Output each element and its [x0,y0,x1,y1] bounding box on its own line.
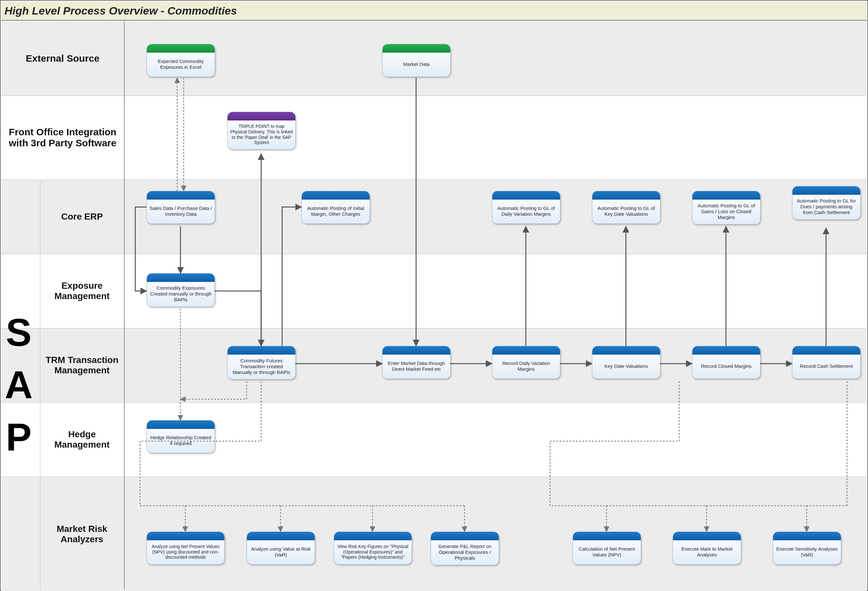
box-body: Market Data [382,53,450,77]
lane-sep [1,402,867,403]
box-trm-futures: Commodity Futures Transaction created Ma… [227,346,296,380]
box-mr-key-figures: View Risk Key Figures on "Physical (Oper… [334,532,412,564]
box-cap [147,191,215,199]
box-cap [227,112,295,120]
box-cap [147,532,224,540]
box-erp-auto-gains-loss: Automatic Posting to GL of Gains / Loss … [692,191,760,225]
box-body: Key Date Valuations [592,355,660,378]
box-trm-record-cash: Record Cash Settlement [792,346,861,379]
lane-sep [1,180,867,180]
box-cap [492,346,560,355]
lane-sep [1,96,867,96]
box-mr-var: Analyze using Value at Risk (VaR) [247,532,315,564]
box-cap [382,44,450,53]
box-cap [592,346,660,355]
lane-label-exposure-mgmt: Exposure Management [40,254,124,328]
box-cap [773,532,841,540]
box-mr-pnl: Generate P&L Report on Operational Expos… [431,532,499,565]
swimlanes-container: External Source Front Office Integration… [1,21,867,590]
box-cap [147,44,215,53]
box-body: Hedge Relationship Created if required [147,429,215,453]
sap-label: S A P [1,180,40,590]
box-trm-key-date: Key Date Valuations [592,346,660,379]
box-body: Calculation of Net Present Values (NPV) [573,540,641,564]
box-cap [302,191,370,199]
box-body: Record Daily Variation Margins [492,355,560,378]
box-cap [793,186,860,195]
box-cap [431,532,499,540]
page-title: High Level Process Overview - Commoditie… [1,1,867,21]
box-cap [692,191,760,199]
lane-label-external-source: External Source [1,21,124,96]
box-cap [492,191,560,199]
lane-label-front-office: Front Office Integration with 3rd Party … [1,96,124,180]
box-cap [147,421,215,429]
box-hedge-relationship: Hedge Relationship Created if required [146,420,215,453]
box-body: Sales Data / Purchase Data / Inventory D… [147,199,215,223]
box-external-market-data: Market Data [382,44,451,77]
box-mr-mark-market: Execute Mark to Market Analyses [673,532,741,564]
lane-sep [1,477,867,477]
lane-label-market-risk: Market Risk Analyzers [40,477,124,591]
box-trm-record-daily: Record Daily Variation Margins [492,346,560,379]
lane-label-trm: TRM Transaction Management [40,328,124,402]
box-erp-sales: Sales Data / Purchase Data / Inventory D… [146,191,215,224]
swimlane-divider [124,21,125,590]
box-cap [334,532,412,540]
box-erp-auto-dues: Automatic Posting to GL for Dues / payme… [792,186,861,220]
box-body: Record Cash Settlement [793,355,860,378]
box-cap [573,532,641,540]
box-mr-sensitivity: Execute Sensitivity Analyses (VaR) [773,532,841,564]
box-cap [382,346,450,355]
box-body: Analyze using Value at Risk (VaR) [247,540,315,564]
box-mr-npv-calc: Calculation of Net Present Values (NPV) [573,532,641,564]
box-exposure-commodity: Commodity Exposures Created manually or … [146,273,215,307]
box-erp-auto-initial-margin: Automatic Posting of Initial Margin, Oth… [301,191,370,224]
box-cap [247,532,315,540]
box-body: Automatic Posting to GL for Dues / payme… [793,195,860,219]
box-cap [227,346,295,355]
box-body: Analyze using Net Present Values (NPV) u… [147,540,224,564]
lane-label-core-erp: Core ERP [40,180,124,254]
lane-sep [1,328,867,328]
box-triple-point: TRIPLE POINT to map Physical Delivery. T… [227,112,296,149]
box-cap [692,346,760,355]
sap-label-text: S A P [5,306,37,463]
box-cap [592,191,660,199]
box-trm-record-closed: Record Closed Margins [692,346,760,379]
box-body: Commodity Futures Transaction created Ma… [227,355,295,379]
box-erp-auto-daily-variation: Automatic Posting to GL of Daily Variati… [492,191,560,224]
box-cap [147,273,215,282]
diagram-page: High Level Process Overview - Commoditie… [0,0,868,591]
box-mr-npv-analyze: Analyze using Net Present Values (NPV) u… [146,532,225,564]
box-trm-enter-market: Enter Market Data through Direct Market … [382,346,451,379]
box-body: Enter Market Data through Direct Market … [382,355,450,378]
box-body: Automatic Posting to GL of Key Date Valu… [592,199,660,223]
box-body: Automatic Posting to GL of Daily Variati… [492,199,560,223]
box-body: Commodity Exposures Created manually or … [147,282,215,306]
box-external-expected-exposures: Expected Commodity Exposures in Excel [146,44,215,77]
box-body: View Risk Key Figures on "Physical (Oper… [334,540,412,564]
lane-sep [1,254,867,254]
box-body: Expected Commodity Exposures in Excel [147,53,215,77]
box-body: TRIPLE POINT to map Physical Delivery. T… [227,120,295,149]
box-body: Generate P&L Report on Operational Expos… [431,540,499,565]
box-cap [673,532,741,540]
box-erp-auto-key-date: Automatic Posting to GL of Key Date Valu… [592,191,660,224]
box-body: Automatic Posting of Initial Margin, Oth… [302,199,370,223]
box-body: Record Closed Margins [692,355,760,378]
box-cap [793,346,860,355]
lane-label-hedge-mgmt: Hedge Management [40,402,124,477]
box-body: Execute Sensitivity Analyses (VaR) [773,540,841,564]
box-body: Automatic Posting to GL of Gains / Loss … [692,199,760,224]
box-body: Execute Mark to Market Analyses [673,540,741,564]
